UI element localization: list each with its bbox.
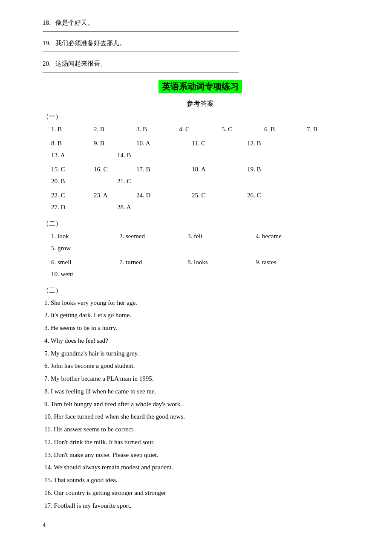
s2r2c4: 9. tastes (256, 256, 341, 269)
intro-number-19: 19. (43, 40, 51, 46)
s3-item-4: 4. Why does he feel sad? (44, 335, 358, 347)
s1r3c5: 19. B (247, 163, 303, 176)
s1r1c1: 1. B (51, 123, 94, 136)
s3-item-2: 2. It's getting dark. Let's go home. (44, 309, 358, 321)
section3-label: （三） (43, 286, 358, 295)
s1r2c7: 14. B (117, 149, 160, 162)
s2r2c3: 8. looks (187, 256, 256, 269)
s3-item-16: 16. Our country is getting stronger and … (44, 487, 358, 499)
s3-item-3: 3. He seems to be in a hurry. (44, 322, 358, 334)
answer-section: 参考答案 （一） 1. B 2. B 3. B 4. C 5. C 6. B 7… (43, 99, 358, 512)
s3-item-7: 7. My brother became a PLA man in 1995. (44, 373, 358, 385)
s1r2c4: 11. C (192, 137, 247, 150)
intro-text-18: 像是个好天。 (55, 19, 94, 26)
s1r4c5: 26. C (247, 189, 303, 202)
s1r1c3: 3. B (136, 123, 179, 136)
s1r3c7: 21. C (117, 175, 160, 188)
section2-label: （二） (43, 220, 358, 228)
intro-item-18: 18. 像是个好天。 (43, 17, 358, 29)
s2r1c1: 1. look (51, 230, 119, 243)
s3-item-11: 11. His answer seems to be correct. (44, 424, 358, 436)
title-box: 英语系动词专项练习 (43, 80, 358, 93)
page-number: 4 (43, 522, 358, 529)
intro-text-19: 我们必须准备好去那儿。 (55, 40, 126, 46)
s1r3c4: 18. A (192, 163, 247, 176)
s1r2c1: 8. B (51, 137, 94, 150)
s1r4c2: 23. A (94, 189, 136, 202)
intro-item-19: 19. 我们必须准备好去那儿。 (43, 38, 358, 49)
s1r4c6: 27. D (51, 201, 117, 214)
s3-item-10: 10. Her face turned red when she heard t… (44, 411, 358, 423)
s3-item-12: 12. Don't drink the milk. It has turned … (44, 436, 358, 448)
intro-section: 18. 像是个好天。 19. 我们必须准备好去那儿。 20. 这汤闻起来很香。 (43, 17, 358, 72)
section1-label: （一） (43, 113, 358, 121)
divider-18 (43, 31, 239, 32)
s1r3c1: 15. C (51, 163, 94, 176)
s3-item-6: 6. John has become a good student. (44, 360, 358, 372)
s3-item-9: 9. Tom felt hungry and tired after a who… (44, 399, 358, 410)
s3-item-15: 15. That sounds a good idea. (44, 474, 358, 486)
s2r2c5: 10. went (51, 268, 119, 280)
s2r2c1: 6. smell (51, 256, 119, 269)
s1r4c7: 28. A (117, 201, 160, 214)
intro-number-20: 20. (43, 60, 51, 67)
s3-item-17: 17. Football is my favourite sport. (44, 500, 358, 512)
s1r1c5: 5. C (222, 123, 264, 136)
s1r3c6: 20. B (51, 175, 117, 188)
answer-section-title: 参考答案 (43, 99, 358, 108)
s1r3c3: 17. B (136, 163, 192, 176)
s1r2c3: 10. A (136, 137, 192, 150)
section1-row2: 8. B 9. B 10. A 11. C 12. B 13. A 14. B (51, 137, 358, 162)
s2r1c2: 2. seemed (119, 230, 187, 243)
s1r1c6: 6. B (264, 123, 307, 136)
s2r1c3: 3. felt (187, 230, 256, 243)
s2r1c5: 5. grow (51, 242, 119, 254)
s1r4c1: 22. C (51, 189, 94, 202)
divider-19 (43, 52, 239, 52)
section2-row1: 1. look 2. seemed 3. felt 4. became 5. g… (51, 230, 358, 254)
s3-item-8: 8. I was feeling ill when he came to see… (44, 386, 358, 398)
s1r2c2: 9. B (94, 137, 136, 150)
s1r2c6: 13. A (51, 149, 117, 162)
s1r1c4: 4. C (179, 123, 222, 136)
s1r3c2: 16. C (94, 163, 136, 176)
s1r4c4: 25. C (192, 189, 247, 202)
s2r1c4: 4. became (256, 230, 341, 243)
divider-20 (43, 72, 239, 72)
s3-item-5: 5. My grandma's hair is turning grey. (44, 348, 358, 360)
section1-row4: 22. C 23. A 24. D 25. C 26. C 27. D 28. … (51, 189, 358, 214)
section2-row2: 6. smell 7. turned 8. looks 9. tastes 10… (51, 256, 358, 280)
intro-text-20: 这汤闻起来很香。 (55, 60, 107, 67)
s1r4c3: 24. D (136, 189, 192, 202)
section1-row3: 15. C 16. C 17. B 18. A 19. B 20. B 21. … (51, 163, 358, 188)
s3-item-14: 14. We should always remain modest and p… (44, 462, 358, 474)
s2r2c2: 7. turned (119, 256, 187, 269)
section1-row1: 1. B 2. B 3. B 4. C 5. C 6. B 7. B (51, 123, 358, 136)
section3-list: 1. She looks very young for her age. 2. … (43, 297, 358, 512)
s3-item-1: 1. She looks very young for her age. (44, 297, 358, 309)
intro-item-20: 20. 这汤闻起来很香。 (43, 58, 358, 69)
main-title: 英语系动词专项练习 (159, 80, 242, 93)
s1r2c5: 12. B (247, 137, 303, 150)
s3-item-13: 13. Don't make any noise. Please keep qu… (44, 449, 358, 461)
s1r1c2: 2. B (94, 123, 136, 136)
s1r1c7: 7. B (307, 123, 349, 136)
intro-number-18: 18. (43, 19, 51, 26)
